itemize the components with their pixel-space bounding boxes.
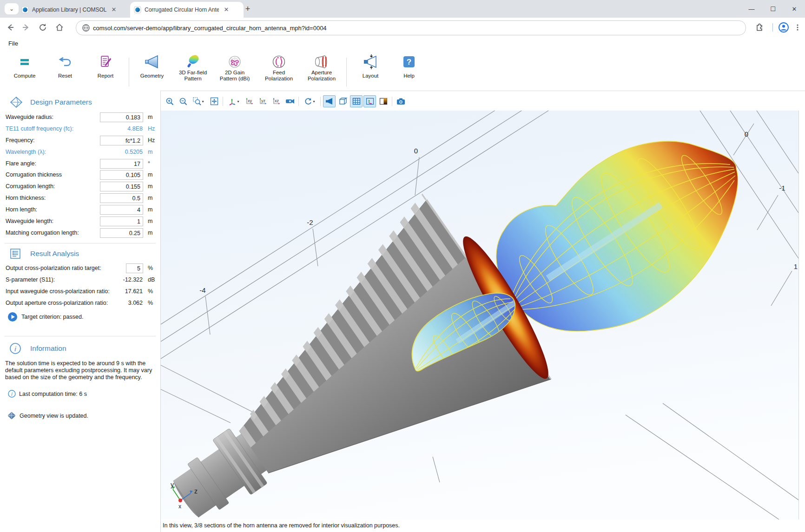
- address-bar[interactable]: comsol.com/server-demo/app/library_corru…: [76, 20, 746, 35]
- axis-label: 0: [745, 130, 748, 138]
- compute-button[interactable]: Compute: [6, 54, 43, 79]
- result-row-output-crosspol: Output aperture cross-polarization ratio…: [0, 298, 160, 308]
- reload-button[interactable]: [36, 21, 49, 34]
- go-to-default-view-button[interactable]: ▾: [225, 95, 242, 107]
- settings-panel: Design Parameters Waveguide radius: m TE…: [0, 91, 161, 532]
- tab-title: Corrugated Circular Horn Anten: [145, 7, 219, 13]
- reset-button[interactable]: Reset: [46, 54, 84, 79]
- browser-url-bar: comsol.com/server-demo/app/library_corru…: [0, 18, 805, 37]
- svg-text:i: i: [11, 391, 13, 397]
- triad-label-y: y: [171, 481, 174, 488]
- site-info-icon: [82, 24, 90, 32]
- 2d-gain-pattern-button[interactable]: 2D Gain Pattern (dBi): [214, 54, 256, 82]
- dropdown-caret-icon: ▾: [313, 99, 315, 104]
- design-parameters-icon: [9, 96, 23, 109]
- projector-icon: [285, 98, 295, 105]
- cross-polarization-target-input[interactable]: [126, 263, 143, 273]
- result-row-target: Output cross-polarization ratio target: …: [0, 263, 160, 273]
- corrugation-thickness-input[interactable]: [100, 170, 143, 180]
- 3d-farfield-pattern-button[interactable]: 3D Far-field Pattern: [174, 54, 211, 82]
- aperture-polarization-button[interactable]: Aperture Polarization: [301, 54, 343, 82]
- view-yz-button[interactable]: yz: [257, 95, 269, 107]
- graphics-canvas[interactable]: 0 -2 -4 0 -1 1: [161, 111, 799, 519]
- matching-corrugation-length-input[interactable]: [100, 228, 143, 238]
- zoom-out-icon: [179, 97, 187, 105]
- target-criterion-status: Target criterion: passed.: [21, 314, 83, 320]
- axes-toggle[interactable]: [363, 95, 376, 107]
- back-button[interactable]: [4, 21, 17, 34]
- zoom-in-button[interactable]: [163, 95, 176, 107]
- reset-camera-button[interactable]: ▾: [301, 95, 318, 107]
- axes-orientation-icon: [228, 97, 237, 105]
- window-close-button[interactable]: ✕: [784, 0, 805, 18]
- tab-application-library[interactable]: Application Library | COMSOL S ✕: [18, 2, 130, 18]
- zoom-extents-button[interactable]: [208, 95, 220, 107]
- window-maximize-button[interactable]: ☐: [762, 0, 784, 18]
- horn-speaker-icon: [325, 98, 334, 105]
- help-icon: ?: [402, 55, 416, 68]
- application-window: ⌄ Application Library | COMSOL S ✕ Corru…: [0, 0, 805, 532]
- dropdown-caret-icon: ▾: [237, 99, 239, 104]
- svg-text:i: i: [14, 345, 16, 353]
- geometry-status-icon: [7, 412, 16, 420]
- tab-corrugated-horn[interactable]: Corrugated Circular Horn Anten ✕: [130, 2, 244, 18]
- new-tab-button[interactable]: +: [243, 4, 253, 14]
- comsol-favicon-icon: [21, 6, 29, 13]
- param-row-corrugation-length: Corrugation length: m: [0, 182, 160, 191]
- home-icon: [55, 23, 64, 32]
- view-xz-button[interactable]: xz: [270, 95, 283, 107]
- info-small-icon: i: [8, 390, 16, 398]
- waveguide-radius-input[interactable]: [100, 112, 143, 122]
- profile-button[interactable]: [777, 21, 790, 34]
- toolbar-divider: [772, 23, 773, 32]
- help-button[interactable]: ? Help: [393, 54, 425, 79]
- waveguide-length-input[interactable]: [100, 217, 143, 226]
- tab-search-button[interactable]: ⌄: [5, 3, 19, 14]
- view-xy-button[interactable]: xy: [243, 95, 256, 107]
- horn-length-input[interactable]: [100, 205, 143, 215]
- result-analysis-icon: [9, 248, 21, 260]
- app-ribbon: Compute Reset Report Geometry 3D Far-fie…: [0, 49, 805, 91]
- ribbon-separator: [346, 58, 347, 86]
- snapshot-button[interactable]: [395, 95, 407, 107]
- graphics-toolbar: ▾ ▾ xy yz xz ▾: [163, 95, 407, 108]
- scene-light-button[interactable]: [284, 95, 296, 107]
- geometry-visibility-toggle[interactable]: [323, 95, 336, 107]
- flare-angle-input[interactable]: [100, 159, 143, 169]
- axis-label: -1: [779, 184, 785, 192]
- tab-close-icon[interactable]: ✕: [110, 6, 118, 13]
- corrugation-length-input[interactable]: [100, 182, 143, 191]
- layout-button[interactable]: Layout: [352, 54, 389, 79]
- browser-menu-button[interactable]: [791, 21, 804, 34]
- svg-text:xz: xz: [275, 99, 279, 103]
- view-box-button[interactable]: [337, 95, 349, 107]
- param-row-waveguide-radius: Waveguide radius: m: [0, 112, 160, 122]
- param-row-horn-length: Horn length: m: [0, 205, 160, 215]
- horn-thickness-input[interactable]: [100, 193, 143, 203]
- window-minimize-button[interactable]: —: [741, 0, 762, 18]
- chevron-down-icon: ⌄: [9, 6, 14, 12]
- aperture-polarization-icon: [313, 54, 330, 69]
- view-yz-icon: yz: [258, 97, 268, 105]
- report-button[interactable]: Report: [87, 54, 124, 79]
- zoom-out-button[interactable]: [177, 95, 189, 107]
- tab-close-icon[interactable]: ✕: [223, 6, 230, 13]
- toolbar-separator: [298, 97, 299, 106]
- svg-text:yz: yz: [261, 99, 266, 103]
- geometry-button[interactable]: Geometry: [133, 54, 171, 79]
- zoom-box-button[interactable]: ▾: [190, 95, 207, 107]
- forward-button[interactable]: [20, 21, 33, 34]
- color-legend-toggle[interactable]: [377, 95, 389, 107]
- zoom-box-icon: [193, 97, 201, 105]
- status-play-icon: [7, 312, 18, 322]
- feed-polarization-button[interactable]: Feed Polarization: [260, 54, 297, 82]
- grid-toggle[interactable]: [350, 95, 363, 107]
- toolbar-separator: [320, 97, 321, 106]
- file-menu[interactable]: File: [7, 39, 20, 48]
- frequency-input[interactable]: [100, 136, 143, 145]
- feed-polarization-icon: [271, 54, 286, 69]
- reset-icon: [58, 55, 73, 69]
- param-row-flare-angle: Flare angle: °: [0, 159, 160, 169]
- extensions-button[interactable]: [753, 21, 766, 34]
- home-button[interactable]: [53, 21, 66, 34]
